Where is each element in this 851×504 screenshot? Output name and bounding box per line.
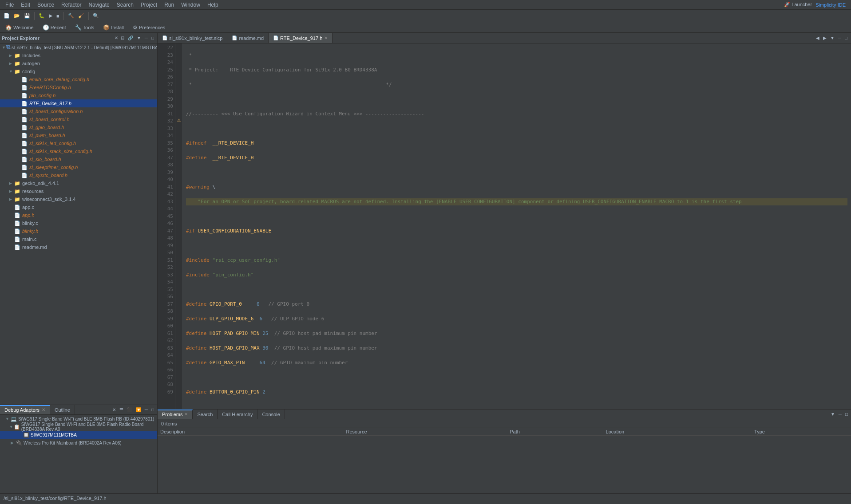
tree-app-h[interactable]: 📄 app.h	[0, 211, 157, 219]
debug-item-3[interactable]: 🔲 SIWG917M111MGTBA	[0, 431, 157, 439]
tree-root[interactable]: ▼ 🏗 sl_si91x_blinky_test [GNU ARM v12.2.…	[0, 43, 157, 51]
code-editor[interactable]: * * Project: RTE Device Configuration fo…	[182, 43, 851, 409]
tree-includes[interactable]: ▶ 📁 Includes	[0, 51, 157, 59]
tree-autogen[interactable]: ▶ 📁 autogen	[0, 59, 157, 67]
debug-action-6[interactable]: □	[150, 407, 155, 413]
rte-tab-close[interactable]: ✕	[324, 35, 328, 40]
menu-source[interactable]: Source	[34, 1, 58, 9]
editor-scroll-right[interactable]: ▶	[821, 35, 828, 41]
editor-scroll-left[interactable]: ◀	[814, 35, 821, 41]
outline-tab[interactable]: Outline	[50, 405, 75, 414]
bottom-filter-btn[interactable]: ▼	[829, 411, 836, 417]
readme-tab-icon: 📄	[232, 35, 237, 40]
project-explorer-close-btn[interactable]: ✕	[113, 35, 119, 41]
tree-pin-config[interactable]: 📄 pin_config.h	[0, 91, 157, 99]
debug-item-2[interactable]: ▼ 📋 SiWG917 Single Band Wi-Fi and BLE 8M…	[0, 423, 157, 431]
toolbar-run-btn[interactable]: ▶	[47, 12, 54, 20]
menu-navigate[interactable]: Navigate	[85, 1, 113, 9]
tree-freertos[interactable]: 📄 FreeRTOSConfig.h	[0, 83, 157, 91]
tree-sl-sysrtc[interactable]: 📄 sl_sysrtc_board.h	[0, 171, 157, 179]
right-panel: 📄 sl_si91x_blinky_test.slcp 📄 readme.md …	[158, 33, 851, 493]
nav-tools[interactable]: 🔧 Tools	[73, 23, 96, 32]
menu-window[interactable]: Window	[178, 1, 204, 9]
bottom-tabs-header: Problems ✕ Search Call Hierarchy Console…	[158, 410, 851, 419]
toolbar-sep1	[34, 12, 35, 20]
filter-btn[interactable]: ▼	[135, 35, 142, 41]
toolbar-debug-btn[interactable]: 🐛	[37, 12, 47, 20]
editor-tab-rte[interactable]: 📄 RTE_Device_917.h ✕	[269, 33, 332, 43]
tree-emlib[interactable]: 📄 emlib_core_debug_config.h	[0, 75, 157, 83]
menu-file[interactable]: File	[2, 1, 17, 9]
maximize-btn[interactable]: □	[150, 35, 155, 41]
tree-sl-board-config[interactable]: 📄 sl_board_configuration.h	[0, 107, 157, 115]
status-bar: /sl_si91x_blinky_test/config/RTE_Device_…	[0, 493, 851, 502]
tree-resources[interactable]: ▶ 📁 resources	[0, 187, 157, 195]
collapse-all-btn[interactable]: ⊟	[119, 35, 126, 41]
nav-welcome[interactable]: 🏠 Welcome	[4, 23, 36, 32]
menu-help[interactable]: Help	[204, 1, 222, 9]
toolbar-build-btn[interactable]: 🔨	[66, 12, 76, 20]
bottom-minimize-btn[interactable]: ─	[837, 411, 843, 417]
toolbar-search-btn[interactable]: 🔍	[91, 12, 101, 20]
tree-blinky-c[interactable]: 📄 blinky.c	[0, 219, 157, 227]
tree-blinky-h[interactable]: 📄 blinky.h	[0, 227, 157, 235]
menu-search[interactable]: Search	[113, 1, 137, 9]
debug-action-1[interactable]: ✕	[111, 407, 117, 413]
debug-action-4[interactable]: 🔽	[135, 407, 142, 413]
tools-icon: 🔧	[75, 24, 82, 31]
editor-view-menu[interactable]: ▼	[828, 35, 836, 41]
nav-install[interactable]: 📦 Install	[101, 23, 126, 32]
minimize-btn[interactable]: ─	[143, 35, 149, 41]
tree-main-c[interactable]: 📄 main.c	[0, 235, 157, 243]
call-hierarchy-tab[interactable]: Call Hierarchy	[218, 410, 257, 419]
nav-preferences[interactable]: ⚙ Preferences	[131, 23, 167, 32]
tree-app-c[interactable]: 📄 app.c	[0, 203, 157, 211]
bottom-maximize-btn[interactable]: □	[844, 411, 849, 417]
tree-sl-board-ctrl[interactable]: 📄 sl_board_control.h	[0, 115, 157, 123]
tree-sl-pwm[interactable]: 📄 sl_pwm_board.h	[0, 131, 157, 139]
problems-close[interactable]: ✕	[184, 412, 188, 417]
nav-recent[interactable]: 🕐 Recent	[41, 23, 68, 32]
editor-minimize[interactable]: ─	[836, 35, 843, 41]
editor-maximize[interactable]: □	[843, 35, 849, 41]
tree-wiseconnect[interactable]: ▶ 📁 wiseconnect3_sdk_3.1.4	[0, 195, 157, 203]
toolbar-clean-btn[interactable]: 🧹	[76, 12, 86, 20]
launcher-btn[interactable]: 🚀 Launcher	[784, 2, 812, 8]
debug-adapters-close[interactable]: ✕	[42, 407, 45, 412]
search-tab[interactable]: Search	[193, 410, 218, 419]
tree-sl-led[interactable]: 📄 sl_si91x_led_config.h	[0, 139, 157, 147]
toolbar-save-btn[interactable]: 💾	[22, 12, 32, 20]
tree-config[interactable]: ▼ 📁 config	[0, 67, 157, 75]
debug-action-3[interactable]: ⬛	[126, 407, 134, 413]
toolbar-stop-btn[interactable]: ■	[55, 12, 61, 20]
debug-action-2[interactable]: ☰	[118, 407, 125, 413]
items-count: 0 items	[161, 421, 177, 426]
problems-tab[interactable]: Problems ✕	[158, 410, 193, 419]
tree-sl-sio[interactable]: 📄 sl_sio_board.h	[0, 155, 157, 163]
toolbar-run-group: 🐛 ▶ ■	[37, 12, 61, 20]
tree-sl-sleep[interactable]: 📄 sl_sleeptimer_config.h	[0, 163, 157, 171]
debug-action-5[interactable]: ─	[143, 407, 149, 413]
menu-run[interactable]: Run	[161, 1, 178, 9]
toolbar-open-btn[interactable]: 📂	[12, 12, 22, 20]
tree-gecko-sdk[interactable]: ▶ 📁 gecko_sdk_4.4.1	[0, 179, 157, 187]
link-btn[interactable]: 🔗	[127, 35, 135, 41]
editor-tab-slcp[interactable]: 📄 sl_si91x_blinky_test.slcp	[158, 33, 227, 43]
rte-tab-icon: 📄	[273, 35, 278, 40]
debug-tree: ▼ 💻 SiWG917 Single Band Wi-Fi and BLE 8M…	[0, 415, 157, 493]
tree-rte-device[interactable]: 📄 RTE_Device_917.h	[0, 99, 157, 107]
tree-sl-gpio[interactable]: 📄 sl_gpio_board.h	[0, 123, 157, 131]
editor-tab-readme[interactable]: 📄 readme.md	[227, 33, 269, 43]
debug-adapters-tab[interactable]: Debug Adapters ✕	[0, 405, 50, 414]
menu-edit[interactable]: Edit	[17, 1, 34, 9]
sl-led-label: sl_si91x_led_config.h	[29, 141, 76, 146]
resources-icon: 📁	[14, 189, 21, 194]
tree-readme-md[interactable]: 📄 readme.md	[0, 243, 157, 251]
debug-item-4[interactable]: ▶ 🔌 Wireless Pro Kit Mainboard (BRD4002A…	[0, 439, 157, 447]
toolbar-new-btn[interactable]: 📄	[2, 12, 12, 20]
sl-board-config-label: sl_board_configuration.h	[29, 109, 83, 114]
tree-sl-stack[interactable]: 📄 sl_si91x_stack_size_config.h	[0, 147, 157, 155]
menu-project[interactable]: Project	[137, 1, 161, 9]
menu-refactor[interactable]: Refactor	[58, 1, 85, 9]
console-tab[interactable]: Console	[257, 410, 285, 419]
